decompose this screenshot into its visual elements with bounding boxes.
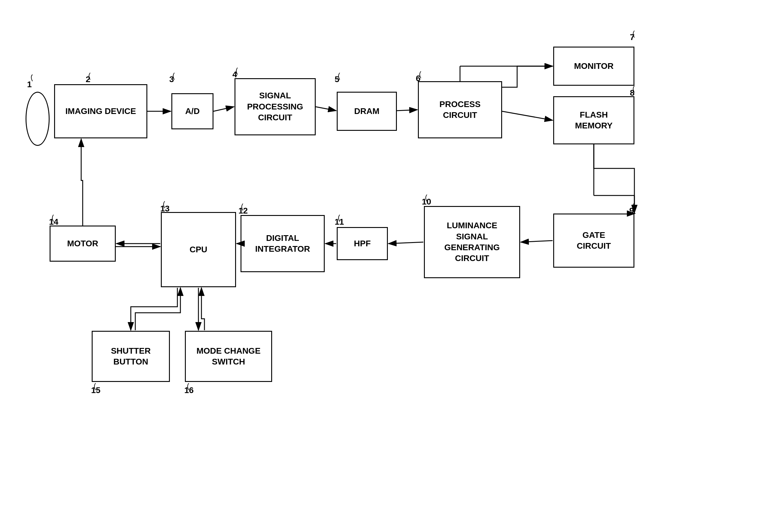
cpu-label: CPU <box>189 244 207 255</box>
ref-6: 6 <box>416 74 421 83</box>
luminance-label: LUMINANCESIGNALGENERATINGCIRCUIT <box>444 220 500 264</box>
diagram-container: IMAGING DEVICE A/D SIGNALPROCESSINGCIRCU… <box>0 0 776 532</box>
process-circuit-block: PROCESSCIRCUIT <box>418 81 502 138</box>
svg-line-6 <box>502 111 553 120</box>
connection-arrows <box>0 0 776 532</box>
ad-block: A/D <box>171 93 213 129</box>
ref-15: 15 <box>91 385 101 395</box>
flash-memory-label: FLASHMEMORY <box>575 110 613 132</box>
ref-16: 16 <box>184 385 194 395</box>
signal-processing-block: SIGNALPROCESSINGCIRCUIT <box>234 78 316 135</box>
dram-block: DRAM <box>337 92 397 131</box>
gate-circuit-block: GATECIRCUIT <box>553 213 634 268</box>
imaging-device-label: IMAGING DEVICE <box>65 106 136 117</box>
digital-integrator-label: DIGITALINTEGRATOR <box>255 233 310 255</box>
flash-memory-block: FLASHMEMORY <box>553 96 634 144</box>
ref-2: 2 <box>86 74 90 84</box>
motor-block: MOTOR <box>50 225 116 261</box>
imaging-device-block: IMAGING DEVICE <box>54 84 147 138</box>
dram-label: DRAM <box>354 106 379 117</box>
ref-8: 8 <box>630 88 635 98</box>
ref-3: 3 <box>169 74 174 84</box>
ref-9: 9 <box>629 206 634 216</box>
lens-icon <box>26 92 50 146</box>
motor-label: MOTOR <box>67 238 98 249</box>
digital-integrator-block: DIGITALINTEGRATOR <box>240 215 325 272</box>
ref-12: 12 <box>238 206 248 216</box>
cpu-block: CPU <box>161 212 236 287</box>
signal-processing-label: SIGNALPROCESSINGCIRCUIT <box>247 90 304 123</box>
luminance-block: LUMINANCESIGNALGENERATINGCIRCUIT <box>424 206 520 278</box>
gate-circuit-label: GATECIRCUIT <box>577 230 611 252</box>
ref-4: 4 <box>232 70 237 79</box>
svg-line-3 <box>213 107 234 111</box>
ref-5: 5 <box>335 74 340 84</box>
ad-label: A/D <box>185 106 200 117</box>
mode-change-switch-block: MODE CHANGESWITCH <box>185 331 272 382</box>
process-circuit-label: PROCESSCIRCUIT <box>439 99 481 121</box>
svg-line-5 <box>397 110 417 111</box>
svg-line-8 <box>388 242 423 243</box>
ref-10: 10 <box>422 197 431 207</box>
ref-7: 7 <box>630 32 635 42</box>
monitor-block: MONITOR <box>553 47 634 86</box>
mode-change-switch-label: MODE CHANGESWITCH <box>196 346 260 367</box>
shutter-button-block: SHUTTERBUTTON <box>92 331 170 382</box>
ref-11: 11 <box>335 217 344 227</box>
svg-line-7 <box>521 240 553 242</box>
hpf-label: HPF <box>354 238 371 249</box>
ref-1: 1 <box>27 80 32 89</box>
svg-line-4 <box>316 107 336 111</box>
monitor-label: MONITOR <box>574 61 614 71</box>
shutter-button-label: SHUTTERBUTTON <box>111 346 151 367</box>
ref-13: 13 <box>160 204 170 213</box>
hpf-block: HPF <box>337 227 388 260</box>
ref-14: 14 <box>49 217 58 227</box>
